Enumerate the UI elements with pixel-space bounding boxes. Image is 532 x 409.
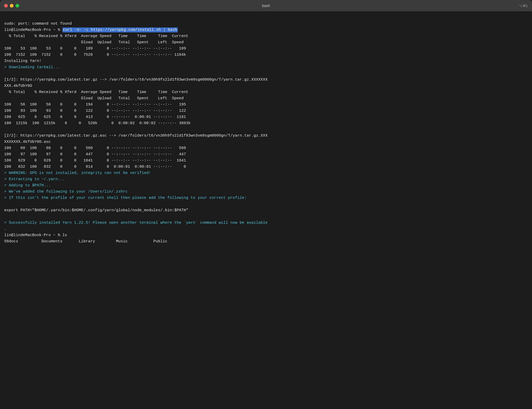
line-11: % Total % Received % Xferd Average Speed…: [4, 90, 188, 94]
line-12: Dload Upload Total Spent Left Speed: [4, 96, 184, 101]
line-30: .: [4, 227, 6, 231]
line-7: Installing Yarn!: [4, 59, 41, 63]
line-23: > WARNING: GPG is not installed, integri…: [4, 171, 151, 175]
line-10: XXX.4kfUbY0O: [4, 84, 32, 88]
line-prompt-1: lin@lindeMacBook-Pro ~ % curl -o- -L htt…: [4, 27, 178, 32]
line-27: > If this isn't the profile of your curr…: [4, 196, 247, 200]
line-13: 100 56 100 56 0 0 194 0 --:--:-- --:--:-…: [4, 102, 186, 107]
selected-command: curl -o- -L https://yarnpkg.com/install.…: [62, 27, 178, 32]
line-20: 100 97 100 97 0 0 447 0 --:--:-- --:--:-…: [4, 152, 186, 157]
line-1: sudo: port: command not found: [4, 22, 72, 26]
maximize-button[interactable]: [16, 4, 19, 8]
line-25: > Adding to $PATH...: [4, 183, 51, 188]
line-24: > Extracting to ~/.yarn...: [4, 177, 65, 181]
line-26: > We've added the following to your /Use…: [4, 189, 128, 194]
line-14: 100 93 100 93 0 0 122 0 --:--:-- --:--:-…: [4, 109, 186, 113]
line-31: lin@lindeMacBook-Pro ~ % ls: [4, 233, 67, 237]
titlebar: bash ⌥⌘1: [0, 0, 532, 11]
line-8: > Downloading tarball...: [4, 65, 60, 69]
line-17: [2/2]: https://yarnpkg.com/latest.tar.gz…: [4, 133, 268, 138]
line-28: export PATH="$HOME/.yarn/bin:$HOME/.conf…: [4, 208, 188, 213]
line-32: 58docs Documents Library Music Public: [4, 239, 167, 244]
window-title: bash: [262, 4, 270, 8]
close-button[interactable]: [4, 4, 8, 8]
terminal-window: bash ⌥⌘1 sudo: port: command not found l…: [0, 0, 532, 409]
line-6: 100 7152 100 7152 0 0 7520 0 --:--:-- --…: [4, 53, 186, 57]
line-9: [1/2]: https://yarnpkg.com/latest.tar.gz…: [4, 77, 268, 82]
minimize-button[interactable]: [10, 4, 13, 8]
keyboard-shortcut: ⌥⌘1: [519, 4, 528, 8]
line-22: 100 832 100 832 0 0 814 0 0:00:01 0:00:0…: [4, 165, 186, 169]
line-3: % Total % Received % Xferd Average Speed…: [4, 34, 188, 38]
line-18: XXXXXXX.4kfUbY0O.asc: [4, 140, 51, 144]
line-29: > Successfully installed Yarn 1.22.5! Pl…: [4, 221, 268, 225]
window-controls: [4, 4, 19, 8]
line-5: 100 53 100 53 0 0 109 0 --:--:-- --:--:-…: [4, 46, 186, 51]
line-16: 100 1215k 100 1215k 0 0 520k 0 0:00:02 0…: [4, 121, 191, 125]
line-15: 100 625 0 625 0 0 413 0 --:--:-- 0:00:01…: [4, 115, 186, 119]
line-19: 100 60 100 60 0 0 560 0 --:--:-- --:--:-…: [4, 146, 186, 150]
terminal-content[interactable]: sudo: port: command not found lin@lindeM…: [0, 11, 532, 409]
line-21: 100 629 0 629 0 0 1041 0 --:--:-- --:--:…: [4, 158, 186, 163]
line-4: Dload Upload Total Spent Left Speed: [4, 40, 184, 45]
